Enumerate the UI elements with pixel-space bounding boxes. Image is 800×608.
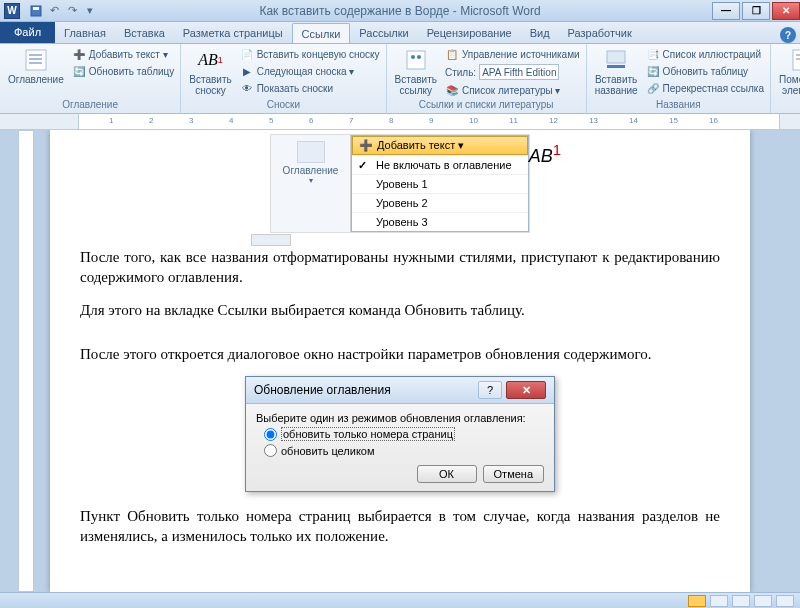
cancel-button[interactable]: Отмена <box>483 465 544 483</box>
table-of-figures-button[interactable]: 📑Список иллюстраций <box>644 46 766 62</box>
dialog-prompt: Выберите один из режимов обновления огла… <box>256 412 544 424</box>
ruler-tick: 3 <box>189 116 193 125</box>
ruler-tick: 6 <box>309 116 313 125</box>
ok-button[interactable]: ОК <box>417 465 477 483</box>
close-button[interactable]: ✕ <box>772 2 800 20</box>
tab-insert[interactable]: Вставка <box>115 23 174 43</box>
view-draft-button[interactable] <box>776 595 794 607</box>
bibliography-button[interactable]: 📚Список литературы ▾ <box>443 82 582 98</box>
tab-home[interactable]: Главная <box>55 23 115 43</box>
radio-entire[interactable]: обновить целиком <box>264 444 544 457</box>
titlebar: W ↶ ↷ ▾ Как вставить содержание в Ворде … <box>0 0 800 22</box>
paragraph-3: После этого откроется диалоговое окно на… <box>80 344 720 364</box>
svg-rect-9 <box>607 51 625 63</box>
vertical-ruler[interactable] <box>18 130 34 592</box>
tab-developer[interactable]: Разработчик <box>559 23 641 43</box>
horizontal-ruler[interactable]: 12345678910111213141516 <box>0 114 800 130</box>
minimize-button[interactable]: — <box>712 2 740 20</box>
manage-sources-button[interactable]: 📋Управление источниками <box>443 46 582 62</box>
refresh-icon: 🔄 <box>72 64 86 78</box>
help-icon[interactable]: ? <box>780 27 796 43</box>
radio-input-pages[interactable] <box>264 428 277 441</box>
dialog-title: Обновление оглавления <box>254 383 478 397</box>
ruler-tick: 5 <box>269 116 273 125</box>
toc-icon <box>24 48 48 72</box>
citation-icon <box>404 48 428 72</box>
undo-icon[interactable]: ↶ <box>46 3 62 19</box>
view-outline-button[interactable] <box>754 595 772 607</box>
radio-page-numbers[interactable]: обновить только номера страниц <box>264 427 544 441</box>
insert-endnote-button[interactable]: 📄Вставить концевую сноску <box>238 46 382 62</box>
tab-view[interactable]: Вид <box>521 23 559 43</box>
figlist-icon: 📑 <box>646 47 660 61</box>
show-notes-button[interactable]: 👁Показать сноски <box>238 80 382 96</box>
caption-icon <box>604 48 628 72</box>
ruler-tick: 2 <box>149 116 153 125</box>
update-table-button[interactable]: 🔄Обновить таблицу <box>70 63 177 79</box>
show-icon: 👁 <box>240 81 254 95</box>
add-text-button[interactable]: ➕Добавить текст ▾ <box>70 46 177 62</box>
paragraph-2: Для этого на вкладке Ссылки выбирается к… <box>80 300 720 320</box>
group-label: Оглавление <box>4 99 176 111</box>
mark-label: Пометить элемент <box>779 74 800 96</box>
tab-pagelayout[interactable]: Разметка страницы <box>174 23 292 43</box>
svg-rect-11 <box>793 50 800 70</box>
view-web-button[interactable] <box>732 595 750 607</box>
dropdown-item-exclude[interactable]: Не включать в оглавление <box>352 155 528 174</box>
mini-ruler-icon <box>251 234 291 246</box>
tab-mailings[interactable]: Рассылки <box>350 23 417 43</box>
view-print-button[interactable] <box>688 595 706 607</box>
group-citations: Вставить ссылку 📋Управление источниками … <box>387 44 587 113</box>
cross-reference-button[interactable]: 🔗Перекрестная ссылка <box>644 80 766 96</box>
dialog-close-button[interactable]: ✕ <box>506 381 546 399</box>
mark-icon <box>789 48 800 72</box>
tab-file[interactable]: Файл <box>0 21 55 43</box>
toc-button[interactable]: Оглавление <box>4 46 68 87</box>
save-icon[interactable] <box>28 3 44 19</box>
svg-rect-10 <box>607 65 625 68</box>
insert-citation-button[interactable]: Вставить ссылку <box>391 46 441 98</box>
group-toc: Оглавление ➕Добавить текст ▾ 🔄Обновить т… <box>0 44 181 113</box>
dropdown-item-level3[interactable]: Уровень 3 <box>352 212 528 231</box>
style-combo[interactable]: APA Fifth Edition <box>479 64 559 80</box>
mark-entry-button[interactable]: Пометить элемент <box>775 46 800 98</box>
dialog-titlebar: Обновление оглавления ? ✕ <box>246 377 554 404</box>
ruler-tick: 13 <box>589 116 598 125</box>
quick-access-toolbar: ↶ ↷ ▾ <box>28 3 98 19</box>
footnote-icon: AB1 <box>198 48 222 72</box>
next-icon: ▶ <box>240 64 254 78</box>
ruler-tick: 11 <box>509 116 518 125</box>
group-label: Названия <box>591 99 766 111</box>
mini-toc-icon <box>297 141 325 163</box>
qat-more-icon[interactable]: ▾ <box>82 3 98 19</box>
ribbon-tabs: Файл Главная Вставка Разметка страницы С… <box>0 22 800 44</box>
update-figures-button[interactable]: 🔄Обновить таблицу <box>644 63 766 79</box>
radio-input-entire[interactable] <box>264 444 277 457</box>
ribbon: Оглавление ➕Добавить текст ▾ 🔄Обновить т… <box>0 44 800 114</box>
plus-icon: ➕ <box>359 139 373 152</box>
ruler-tick: 15 <box>669 116 678 125</box>
dropdown-item-level1[interactable]: Уровень 1 <box>352 174 528 193</box>
maximize-button[interactable]: ❐ <box>742 2 770 20</box>
group-captions: Вставить название 📑Список иллюстраций 🔄О… <box>587 44 771 113</box>
style-combo-row: Стиль:APA Fifth Edition <box>443 63 582 81</box>
tab-references[interactable]: Ссылки <box>292 23 351 43</box>
insert-footnote-button[interactable]: AB1 Вставить сноску <box>185 46 235 98</box>
view-read-button[interactable] <box>710 595 728 607</box>
dropdown-header[interactable]: ➕Добавить текст ▾ <box>352 136 528 155</box>
mini-toc-label: Оглавление <box>275 165 346 176</box>
dialog-help-button[interactable]: ? <box>478 381 502 399</box>
ruler-tick: 4 <box>229 116 233 125</box>
group-index: Пометить элемент 📇Предметный указатель 🔄… <box>771 44 800 113</box>
redo-icon[interactable]: ↷ <box>64 3 80 19</box>
dropdown-item-level2[interactable]: Уровень 2 <box>352 193 528 212</box>
tab-review[interactable]: Рецензирование <box>418 23 521 43</box>
svg-rect-2 <box>26 50 46 70</box>
document-workspace: Оглавление ▾ ➕Добавить текст ▾ Не включа… <box>0 130 800 592</box>
insert-caption-button[interactable]: Вставить название <box>591 46 642 98</box>
next-footnote-button[interactable]: ▶Следующая сноска ▾ <box>238 63 382 79</box>
add-text-dropdown: ➕Добавить текст ▾ Не включать в оглавлен… <box>351 135 529 232</box>
update-toc-dialog: Обновление оглавления ? ✕ Выберите один … <box>245 376 555 492</box>
paragraph-1: После того, как все названия отформатиро… <box>80 247 720 288</box>
toc-label: Оглавление <box>8 74 64 85</box>
